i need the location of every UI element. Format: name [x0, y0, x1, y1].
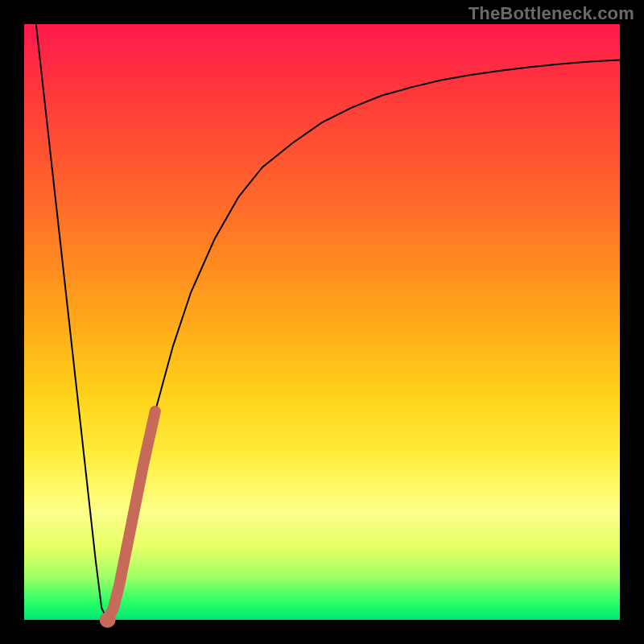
plot-area	[24, 24, 620, 620]
curve-layer	[24, 24, 620, 620]
minimum-dot	[100, 612, 116, 628]
bottleneck-curve	[36, 24, 620, 620]
highlight-segment	[108, 411, 155, 620]
watermark-text: TheBottleneck.com	[469, 3, 634, 24]
chart-stage: TheBottleneck.com	[0, 0, 644, 644]
